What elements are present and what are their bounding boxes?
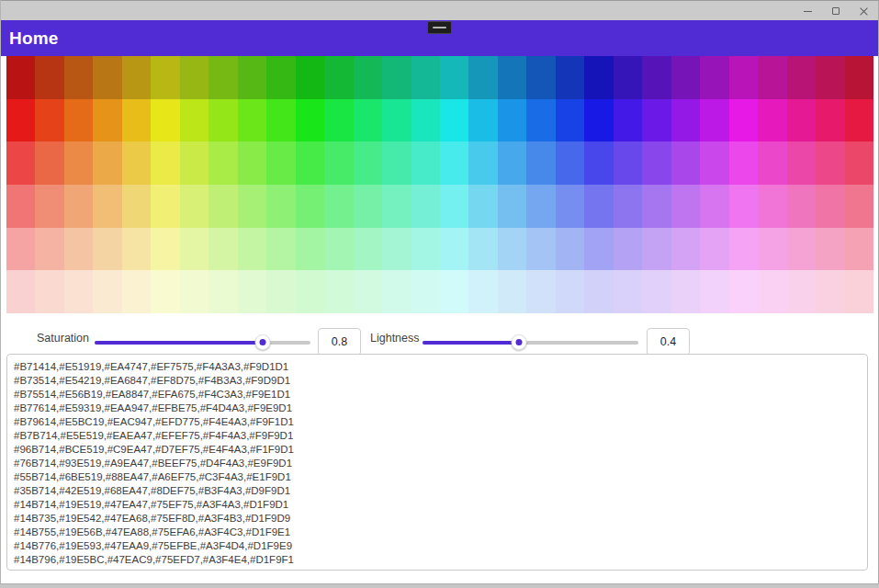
color-cell bbox=[296, 56, 324, 99]
color-cell bbox=[64, 228, 93, 271]
color-cell bbox=[700, 270, 728, 313]
color-cell bbox=[266, 185, 295, 228]
palette-line: #14B735,#19E542,#47EA68,#75EF8D,#A3F4B3,… bbox=[14, 512, 863, 526]
lightness-slider-thumb[interactable] bbox=[512, 334, 527, 350]
debug-toolbar-handle[interactable] bbox=[427, 21, 452, 34]
lightness-value-field[interactable]: 0.4 bbox=[647, 328, 690, 356]
color-cell bbox=[584, 185, 613, 228]
color-cell bbox=[411, 99, 440, 142]
saturation-slider-thumb[interactable] bbox=[255, 334, 271, 350]
color-cell bbox=[614, 270, 642, 313]
palette-line: #55B714,#6BE519,#88EA47,#A6EF75,#C3F4A3,… bbox=[14, 470, 863, 484]
color-cell bbox=[845, 99, 873, 142]
color-cell bbox=[440, 141, 468, 185]
color-cell bbox=[526, 99, 555, 142]
title-bar[interactable] bbox=[0, 0, 879, 20]
color-cell bbox=[584, 56, 613, 99]
color-cell bbox=[382, 141, 411, 185]
lightness-slider[interactable] bbox=[423, 334, 638, 350]
color-cell bbox=[35, 228, 63, 271]
close-icon bbox=[860, 7, 868, 16]
color-cell bbox=[266, 141, 295, 185]
color-cell bbox=[468, 141, 497, 185]
drag-handle-icon bbox=[433, 27, 446, 28]
color-cell bbox=[238, 99, 266, 142]
color-cell bbox=[93, 185, 121, 228]
saturation-slider[interactable] bbox=[95, 334, 310, 350]
color-cell bbox=[324, 270, 353, 313]
color-cell bbox=[354, 99, 382, 142]
color-cell bbox=[296, 228, 324, 271]
palette-line: #B7B714,#E5E519,#EAEA47,#EFEF75,#F4F4A3,… bbox=[14, 429, 863, 443]
maximize-button[interactable] bbox=[821, 1, 851, 21]
color-cell bbox=[526, 141, 555, 185]
palette-line: #35B714,#42E519,#68EA47,#8DEF75,#B3F4A3,… bbox=[14, 484, 863, 498]
color-cell bbox=[354, 270, 382, 313]
color-cell bbox=[64, 56, 93, 99]
color-cell bbox=[440, 270, 468, 313]
palette-line: #14B796,#19E5BC,#47EAC9,#75EFD7,#A3F4E4,… bbox=[14, 553, 863, 567]
color-cell bbox=[556, 56, 584, 99]
color-cell bbox=[729, 141, 758, 185]
color-cell bbox=[180, 185, 208, 228]
color-cell bbox=[35, 141, 63, 185]
color-cell bbox=[845, 185, 873, 228]
saturation-value-field[interactable]: 0.8 bbox=[318, 328, 361, 356]
color-cell bbox=[151, 56, 179, 99]
palette-line: #B73514,#E54219,#EA6847,#EF8D75,#F4B3A3,… bbox=[14, 374, 863, 388]
color-cell bbox=[700, 56, 728, 99]
color-cell bbox=[151, 185, 179, 228]
color-cell bbox=[816, 99, 844, 142]
color-cell bbox=[122, 270, 151, 313]
color-cell bbox=[526, 56, 555, 99]
color-cell bbox=[671, 228, 700, 271]
palette-editor-content: #B71414,#E51919,#EA4747,#EF7575,#F4A3A3,… bbox=[14, 360, 863, 567]
color-cell bbox=[266, 270, 295, 313]
color-cell bbox=[758, 141, 786, 185]
color-cell bbox=[64, 185, 93, 228]
lightness-value: 0.4 bbox=[660, 335, 676, 348]
color-cell bbox=[526, 228, 555, 271]
color-cell bbox=[6, 141, 35, 185]
color-cell bbox=[787, 270, 816, 313]
color-cell bbox=[324, 141, 353, 185]
color-cell bbox=[238, 270, 266, 313]
color-cell bbox=[614, 56, 642, 99]
color-cell bbox=[64, 141, 93, 185]
color-cell bbox=[440, 99, 468, 142]
lightness-slider-fill bbox=[423, 341, 519, 345]
color-cell bbox=[35, 99, 63, 142]
color-cell bbox=[614, 228, 642, 271]
color-cell bbox=[642, 185, 671, 228]
color-cell bbox=[382, 185, 411, 228]
color-cell bbox=[208, 185, 237, 228]
palette-line: #B77614,#E59319,#EAA947,#EFBE75,#F4D4A3,… bbox=[14, 401, 863, 415]
color-cell bbox=[6, 99, 35, 142]
color-cell bbox=[6, 56, 35, 99]
color-cell bbox=[584, 99, 613, 142]
minimize-button[interactable] bbox=[793, 1, 822, 21]
color-cell bbox=[122, 228, 151, 271]
color-cell bbox=[642, 56, 671, 99]
app-window: Home Saturation 0.8 Lightness 0.4 #B7141… bbox=[0, 0, 879, 588]
color-cell bbox=[729, 185, 758, 228]
color-cell bbox=[729, 56, 758, 99]
palette-editor[interactable]: #B71414,#E51919,#EA4747,#EF7575,#F4A3A3,… bbox=[6, 354, 868, 571]
color-cell bbox=[324, 99, 353, 142]
color-cell bbox=[411, 56, 440, 99]
color-cell bbox=[238, 185, 266, 228]
color-cell bbox=[787, 228, 816, 271]
color-cell bbox=[354, 141, 382, 185]
color-cell bbox=[498, 270, 526, 313]
color-cell bbox=[180, 99, 208, 142]
color-cell bbox=[584, 228, 613, 271]
color-grid bbox=[6, 56, 873, 313]
color-cell bbox=[758, 228, 786, 271]
color-cell bbox=[468, 185, 497, 228]
color-cell bbox=[324, 228, 353, 271]
color-cell bbox=[93, 99, 121, 142]
window-border-left bbox=[0, 0, 1, 588]
color-cell bbox=[468, 270, 497, 313]
close-button[interactable] bbox=[849, 1, 878, 21]
color-cell bbox=[584, 270, 613, 313]
